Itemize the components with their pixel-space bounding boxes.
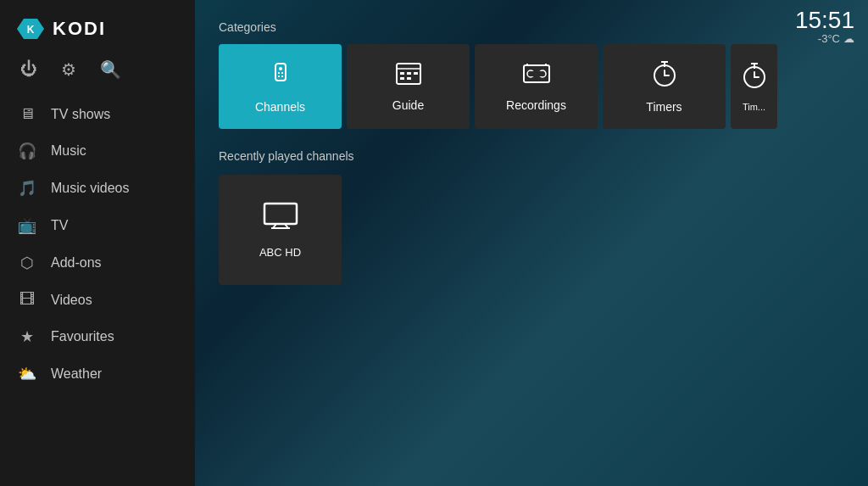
kodi-logo-icon: K [17, 15, 44, 42]
sidebar-item-label: Music [51, 143, 86, 159]
settings-icon[interactable]: ⚙ [61, 59, 76, 80]
sidebar-item-label: Favourites [51, 329, 114, 344]
svg-rect-13 [400, 77, 404, 80]
sidebar-item-label: TV [51, 218, 68, 233]
svg-rect-31 [264, 204, 297, 224]
power-icon[interactable]: ⏻ [20, 59, 37, 80]
music-videos-icon: 🎵 [17, 179, 37, 198]
category-recordings[interactable]: Recordings [475, 44, 598, 129]
sidebar-item-favourites[interactable]: ★ Favourites [0, 319, 195, 355]
categories-section: Categories Channels [219, 20, 844, 129]
sidebar-item-weather[interactable]: ⛅ Weather [0, 356, 195, 392]
svg-rect-4 [278, 72, 280, 74]
sidebar-item-label: TV shows [51, 107, 110, 122]
timers-label: Timers [646, 100, 682, 114]
recently-section: Recently played channels ABC HD [219, 149, 844, 285]
svg-rect-6 [278, 75, 280, 77]
music-icon: 🎧 [17, 142, 37, 160]
channel-abc-hd[interactable]: ABC HD [219, 175, 342, 285]
tv-shows-icon: 🖥 [17, 105, 37, 123]
svg-rect-14 [407, 77, 411, 80]
sidebar-item-label: Music videos [51, 181, 129, 196]
categories-label: Categories [219, 20, 844, 34]
svg-rect-18 [531, 71, 542, 76]
svg-rect-12 [414, 72, 418, 75]
sidebar: K KODI ⏻ ⚙ 🔍 🖥 TV shows 🎧 Music 🎵 Music … [0, 0, 195, 486]
sidebar-item-label: Weather [51, 366, 102, 382]
nav-menu: 🖥 TV shows 🎧 Music 🎵 Music videos 📺 TV ⬡… [0, 93, 195, 486]
main-content: 15:51 -3°C ☁ Categories [195, 0, 868, 486]
category-guide[interactable]: Guide [347, 44, 470, 129]
weather-status-icon: ☁ [843, 32, 854, 45]
svg-rect-11 [407, 72, 411, 75]
timers2-label: Tim... [743, 102, 765, 112]
guide-icon [395, 62, 422, 92]
categories-row: Channels Guide [219, 44, 844, 129]
svg-text:K: K [27, 24, 35, 36]
top-icons-bar: ⏻ ⚙ 🔍 [0, 53, 195, 93]
addons-icon: ⬡ [17, 254, 37, 272]
timers2-icon [743, 62, 766, 95]
weather-icon: ⛅ [17, 365, 37, 383]
guide-label: Guide [392, 98, 424, 112]
sidebar-item-videos[interactable]: 🎞 Videos [0, 282, 195, 317]
app-title: KODI [53, 18, 106, 40]
svg-point-3 [279, 67, 282, 70]
clock-time: 15:51 [795, 8, 854, 32]
timers-icon [653, 60, 676, 93]
svg-rect-7 [281, 75, 283, 77]
sidebar-item-add-ons[interactable]: ⬡ Add-ons [0, 245, 195, 281]
sidebar-item-label: Videos [51, 293, 92, 308]
category-timers2[interactable]: Tim... [731, 44, 777, 129]
tv-icon: 📺 [17, 216, 37, 235]
sidebar-item-music[interactable]: 🎧 Music [0, 133, 195, 169]
category-timers[interactable]: Timers [603, 44, 726, 129]
clock-area: 15:51 -3°C ☁ [795, 8, 854, 45]
temperature: -3°C [818, 32, 840, 45]
svg-rect-2 [275, 64, 286, 81]
channels-icon [267, 60, 294, 93]
channel-label: ABC HD [259, 246, 301, 259]
recordings-icon [522, 62, 551, 92]
sidebar-item-music-videos[interactable]: 🎵 Music videos [0, 170, 195, 206]
channels-label: Channels [255, 100, 305, 114]
svg-rect-5 [281, 72, 283, 74]
recently-label: Recently played channels [219, 149, 844, 163]
videos-icon: 🎞 [17, 291, 37, 309]
recordings-label: Recordings [506, 98, 566, 112]
sidebar-item-tv-shows[interactable]: 🖥 TV shows [0, 97, 195, 131]
channel-tv-icon [263, 202, 298, 236]
channels-row: ABC HD [219, 175, 844, 285]
svg-rect-10 [400, 72, 404, 75]
favourites-icon: ★ [17, 327, 37, 346]
clock-info: -3°C ☁ [795, 32, 854, 45]
sidebar-item-tv[interactable]: 📺 TV [0, 208, 195, 243]
sidebar-item-label: Add-ons [51, 255, 102, 271]
logo-bar: K KODI [0, 0, 195, 53]
category-channels[interactable]: Channels [219, 44, 342, 129]
search-icon[interactable]: 🔍 [100, 59, 121, 80]
